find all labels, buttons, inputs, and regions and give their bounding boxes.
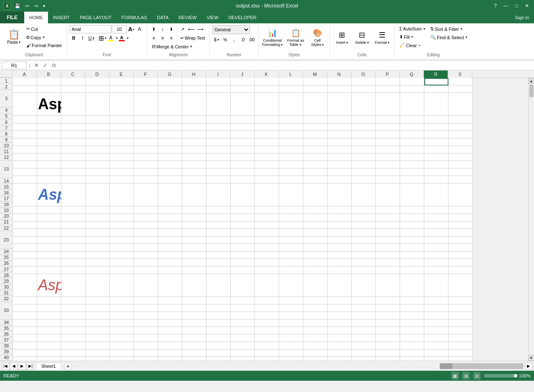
cell-E20[interactable] [110, 251, 134, 259]
cell-C4[interactable] [61, 116, 86, 123]
cell-N14[interactable] [327, 206, 352, 214]
cell-Q32[interactable] [400, 357, 424, 361]
cell-H24[interactable] [182, 297, 207, 304]
cell-I23[interactable] [207, 274, 231, 297]
cell-M1[interactable] [303, 78, 327, 85]
cell-H9[interactable] [182, 153, 207, 161]
cell-R24[interactable] [424, 297, 448, 304]
cell-O26[interactable] [352, 312, 376, 319]
cell-Q18[interactable] [400, 236, 424, 244]
cell-R19[interactable] [424, 244, 448, 251]
cell-P8[interactable] [376, 146, 400, 153]
cell-H18[interactable] [182, 236, 207, 244]
cell-K31[interactable] [255, 349, 279, 357]
cell-A14[interactable] [13, 206, 37, 214]
cell-P5[interactable] [376, 123, 400, 131]
cell-B17[interactable] [37, 229, 61, 236]
cell-P7[interactable] [376, 138, 400, 146]
cell-S29[interactable] [448, 334, 473, 342]
cell-A4[interactable] [13, 116, 37, 123]
cell-F19[interactable] [134, 244, 158, 251]
cell-R22[interactable] [424, 266, 448, 274]
cell-F6[interactable] [134, 131, 158, 138]
cell-E22[interactable] [110, 266, 134, 274]
cell-J13[interactable] [231, 183, 255, 206]
cell-Q25[interactable] [400, 304, 424, 312]
cell-N32[interactable] [327, 357, 352, 361]
cell-J22[interactable] [231, 266, 255, 274]
cell-S26[interactable] [448, 312, 473, 319]
cell-F13[interactable] [134, 183, 158, 206]
cell-E13[interactable] [110, 183, 134, 206]
cell-O18[interactable] [352, 236, 376, 244]
cell-A22[interactable] [13, 266, 37, 274]
cell-P2[interactable] [376, 85, 400, 93]
col-header-I[interactable]: I [206, 70, 230, 78]
cell-L23[interactable] [279, 274, 303, 297]
cell-F31[interactable] [134, 349, 158, 357]
cell-F16[interactable] [134, 221, 158, 229]
cell-E11[interactable] [110, 168, 134, 176]
cell-K1[interactable] [255, 78, 279, 85]
row-header-5[interactable]: 5 [0, 113, 13, 119]
cell-R4[interactable] [424, 116, 448, 123]
cell-J30[interactable] [231, 342, 255, 349]
cell-S16[interactable] [448, 221, 473, 229]
cell-L22[interactable] [279, 266, 303, 274]
row-header-25[interactable]: 25 [0, 255, 13, 261]
cell-C25[interactable] [61, 304, 86, 312]
cell-M16[interactable] [303, 221, 327, 229]
sheet-first-btn[interactable]: |◀ [2, 362, 9, 370]
underline-button[interactable]: U ▾ [87, 34, 96, 42]
fill-color-button[interactable]: A [107, 34, 115, 42]
cell-K3[interactable] [255, 93, 279, 116]
cell-G8[interactable] [158, 146, 182, 153]
cell-B9[interactable] [37, 153, 61, 161]
cell-J29[interactable] [231, 334, 255, 342]
cell-D10[interactable] [86, 161, 110, 168]
cell-F20[interactable] [134, 251, 158, 259]
cell-R20[interactable] [424, 251, 448, 259]
cell-G1[interactable] [158, 78, 182, 85]
bold-button[interactable]: B [70, 34, 78, 42]
cell-M11[interactable] [303, 168, 327, 176]
row-header-11[interactable]: 11 [0, 148, 13, 154]
cell-N18[interactable] [327, 236, 352, 244]
cell-G2[interactable] [158, 85, 182, 93]
cell-M29[interactable] [303, 334, 327, 342]
cell-Q16[interactable] [400, 221, 424, 229]
cell-I18[interactable] [207, 236, 231, 244]
cell-O15[interactable] [352, 214, 376, 221]
cell-F25[interactable] [134, 304, 158, 312]
cell-B32[interactable] [37, 357, 61, 361]
cell-N24[interactable] [327, 297, 352, 304]
cell-G27[interactable] [158, 319, 182, 327]
find-select-dropdown[interactable]: ▾ [466, 35, 467, 39]
cell-H26[interactable] [182, 312, 207, 319]
row-header-26[interactable]: 26 [0, 261, 13, 266]
quick-undo-btn[interactable]: ↩ [24, 3, 30, 9]
cell-C26[interactable] [61, 312, 86, 319]
cell-L3[interactable] [279, 93, 303, 116]
cell-A30[interactable] [13, 342, 37, 349]
cell-N22[interactable] [327, 266, 352, 274]
minimize-btn[interactable]: — [502, 3, 510, 9]
cell-J8[interactable] [231, 146, 255, 153]
cell-I20[interactable] [207, 251, 231, 259]
cell-J21[interactable] [231, 259, 255, 266]
cell-D26[interactable] [86, 312, 110, 319]
cell-O31[interactable] [352, 349, 376, 357]
cell-I4[interactable] [207, 116, 231, 123]
cell-B3[interactable]: Aspose File Format APIs [37, 93, 61, 116]
cell-I2[interactable] [207, 85, 231, 93]
cell-I7[interactable] [207, 138, 231, 146]
cell-N2[interactable] [327, 85, 352, 93]
cell-G24[interactable] [158, 297, 182, 304]
cell-C24[interactable] [61, 297, 86, 304]
scroll-down-btn[interactable]: ▼ [529, 355, 534, 361]
cell-J3[interactable] [231, 93, 255, 116]
cell-D32[interactable] [86, 357, 110, 361]
cell-F9[interactable] [134, 153, 158, 161]
row-header-8[interactable]: 8 [0, 131, 13, 137]
maximize-btn[interactable]: □ [514, 3, 520, 9]
